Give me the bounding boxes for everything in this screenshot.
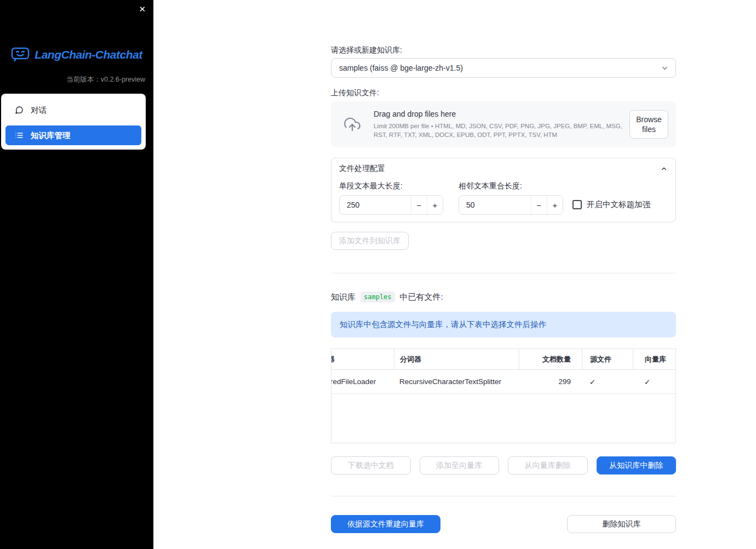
chunk-size-increment-button[interactable]: + <box>427 196 443 214</box>
sidebar: ✕ LangChain-Chatchat 当前版本：v0.2.6-preview… <box>0 0 153 549</box>
zh-title-checkbox-wrap: 开启中文标题加强 <box>572 199 650 210</box>
existing-files-prefix: 知识库 <box>331 292 356 302</box>
upload-label: 上传知识文件: <box>331 88 676 98</box>
column-header-source: 源文件 <box>582 349 633 369</box>
expander-header[interactable]: 文件处理配置 <box>331 158 675 179</box>
add-files-to-kb-button: 添加文件到知识库 <box>331 232 409 250</box>
overlap-value: 50 <box>459 196 531 214</box>
sidebar-item-knowledge-base[interactable]: 知识库管理 <box>5 125 141 145</box>
rebuild-vector-store-button[interactable]: 依据源文件重建向量库 <box>331 515 440 533</box>
overlap-increment-button[interactable]: + <box>547 196 563 214</box>
cell-vector-check: ✓ <box>633 370 675 393</box>
close-sidebar-icon[interactable]: ✕ <box>139 4 146 15</box>
overlap-decrement-button[interactable]: − <box>531 196 547 214</box>
expander-title: 文件处理配置 <box>339 164 385 174</box>
info-banner: 知识库中包含源文件与向量库，请从下表中选择文件后操作 <box>331 312 676 338</box>
divider <box>331 273 676 273</box>
existing-files-line: 知识库 samples 中已有文件: <box>331 291 676 302</box>
table-header-row: 器 分词器 文档数量 源文件 向量库 <box>331 349 675 370</box>
cell-doc-count: 299 <box>519 370 582 393</box>
files-table: 器 分词器 文档数量 源文件 向量库 redFileLoader Recursi… <box>331 348 676 443</box>
kb-select-label: 请选择或新建知识库: <box>331 45 676 55</box>
cell-loader: redFileLoader <box>331 370 394 393</box>
knowledge-base-list-icon <box>15 131 24 140</box>
expander-body: 单段文本最大长度: 250 − + 相邻文本重合长度: 50 − + 开启中文标… <box>331 179 675 222</box>
sidebar-nav: 对话 知识库管理 <box>1 94 146 150</box>
chat-icon <box>15 106 24 115</box>
download-selected-button: 下载选中文档 <box>331 456 411 474</box>
cell-splitter: RecursiveCharacterTextSplitter <box>394 370 519 393</box>
overlap-field: 相邻文本重合长度: 50 − + <box>459 181 563 215</box>
main-content: 请选择或新建知识库: samples (faiss @ bge-large-zh… <box>331 0 676 533</box>
chevron-up-icon <box>660 165 668 173</box>
overlap-input[interactable]: 50 − + <box>459 195 563 215</box>
kb-select-value: samples (faiss @ bge-large-zh-v1.5) <box>339 64 463 72</box>
dropzone-hint: Limit 200MB per file • HTML, MD, JSON, C… <box>374 122 629 139</box>
kb-select[interactable]: samples (faiss @ bge-large-zh-v1.5) <box>331 58 676 78</box>
cell-source-check: ✓ <box>582 370 633 393</box>
delete-kb-button[interactable]: 删除知识库 <box>567 515 676 533</box>
upload-cloud-icon <box>344 116 360 133</box>
dropzone-text: Drag and drop files here Limit 200MB per… <box>374 110 629 139</box>
column-header-vector: 向量库 <box>633 349 675 369</box>
column-header-doc-count: 文档数量 <box>519 349 582 369</box>
app-logo: LangChain-Chatchat <box>0 47 153 62</box>
table-row[interactable]: redFileLoader RecursiveCharacterTextSpli… <box>331 370 675 394</box>
column-header-loader: 器 <box>331 349 394 369</box>
sidebar-item-label: 知识库管理 <box>31 130 71 141</box>
sidebar-item-dialogue[interactable]: 对话 <box>5 98 141 122</box>
chevron-down-icon <box>661 64 669 72</box>
chunk-size-field: 单段文本最大长度: 250 − + <box>339 181 443 215</box>
file-dropzone[interactable]: Drag and drop files here Limit 200MB per… <box>331 101 676 147</box>
chunk-size-input[interactable]: 250 − + <box>339 195 443 215</box>
chunk-size-decrement-button[interactable]: − <box>411 196 427 214</box>
zh-title-checkbox-label: 开启中文标题加强 <box>587 199 650 210</box>
logo-chat-bubble-icon <box>11 47 30 62</box>
zh-title-checkbox[interactable] <box>572 200 582 209</box>
add-to-vector-store-button: 添加至向量库 <box>420 456 500 474</box>
kb-management-buttons: 依据源文件重建向量库 删除知识库 <box>331 515 676 533</box>
kb-name-code: samples <box>360 291 395 302</box>
file-action-buttons: 下载选中文档 添加至向量库 从向量库删除 从知识库中删除 <box>331 456 676 474</box>
sidebar-item-label: 对话 <box>31 105 47 116</box>
chunk-size-label: 单段文本最大长度: <box>339 181 443 191</box>
divider <box>331 496 676 496</box>
file-config-expander: 文件处理配置 单段文本最大长度: 250 − + 相邻文本重合长度: 50 <box>331 158 676 222</box>
overlap-label: 相邻文本重合长度: <box>459 181 563 191</box>
logo-text: LangChain-Chatchat <box>35 48 142 61</box>
dropzone-title: Drag and drop files here <box>374 110 629 118</box>
existing-files-suffix: 中已有文件: <box>400 292 443 302</box>
chunk-size-value: 250 <box>340 196 411 214</box>
delete-from-kb-button[interactable]: 从知识库中删除 <box>597 456 677 474</box>
column-header-splitter: 分词器 <box>394 349 519 369</box>
delete-from-vector-store-button: 从向量库删除 <box>508 456 588 474</box>
browse-files-button[interactable]: Browse files <box>629 110 668 139</box>
version-label: 当前版本：v0.2.6-preview <box>0 75 153 84</box>
